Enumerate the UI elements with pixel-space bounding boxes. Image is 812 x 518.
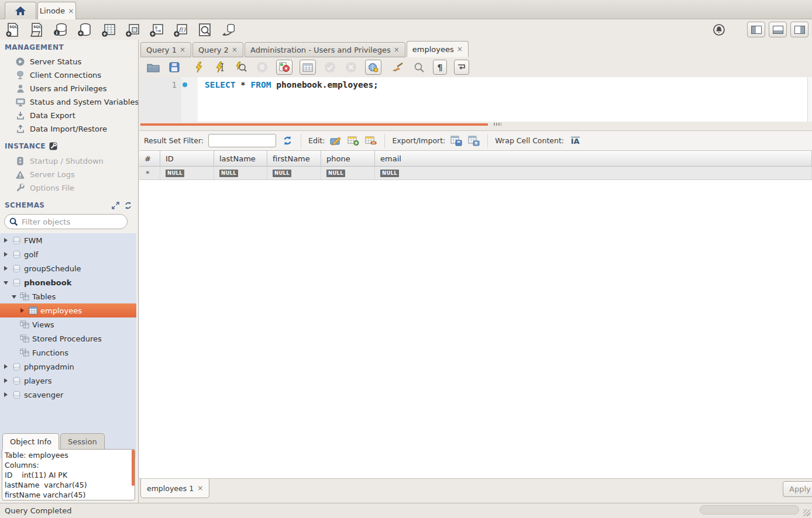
edit-record-icon[interactable] — [329, 135, 342, 147]
window-resize-grip[interactable] — [803, 509, 810, 516]
execute-current-icon[interactable] — [213, 60, 227, 74]
instance-item[interactable]: Options File — [0, 181, 139, 195]
delete-row-icon[interactable] — [364, 135, 377, 147]
horizontal-scrollbar[interactable] — [700, 505, 799, 514]
tree-item-stored-procedures[interactable]: Stored Procedures — [0, 331, 136, 346]
result-grid-insert-row[interactable]: *NULLNULLNULLNULLNULL — [139, 167, 812, 180]
tree-item-scavenger[interactable]: scavenger — [0, 388, 136, 402]
column-header-lastName[interactable]: lastName — [214, 151, 267, 166]
tree-item-views[interactable]: Views — [0, 317, 136, 331]
toggle-stop-on-error-button[interactable] — [276, 60, 293, 75]
close-icon[interactable]: × — [232, 46, 238, 54]
expand-schemas-icon[interactable] — [112, 202, 119, 209]
column-header-email[interactable]: email — [375, 151, 812, 166]
close-icon[interactable]: × — [457, 45, 463, 53]
tree-item-employees[interactable]: employees — [0, 303, 136, 317]
export-recordset-icon[interactable] — [450, 135, 463, 147]
create-view-icon[interactable] — [125, 22, 141, 38]
chevron-down-icon[interactable] — [12, 294, 17, 299]
search-table-data-icon[interactable] — [197, 22, 213, 38]
toggle-autocommit-button[interactable] — [365, 60, 381, 75]
insert-row-icon[interactable] — [347, 135, 360, 147]
editor-tab[interactable]: employees × — [407, 41, 469, 57]
tree-item-phonebook[interactable]: phonebook — [0, 275, 136, 289]
tree-item-tables[interactable]: Tables — [0, 289, 136, 303]
chevron-right-icon[interactable] — [4, 266, 9, 271]
tree-item-functions[interactable]: Functions — [0, 346, 136, 360]
inspect-database-icon[interactable]: i — [53, 22, 69, 38]
sql-editor[interactable]: 1 SELECT * FROM phonebook.employees; — [139, 77, 807, 122]
refresh-results-icon[interactable] — [281, 135, 294, 147]
management-item[interactable]: Server Status — [0, 55, 139, 68]
tree-item-groupschedule[interactable]: groupSchedule — [0, 261, 136, 275]
editor-tab[interactable]: Query 1 × — [140, 42, 191, 57]
insert-cell[interactable]: NULL — [321, 167, 375, 179]
insert-cell[interactable]: NULL — [375, 167, 812, 179]
editor-scrollbar[interactable] — [807, 77, 812, 122]
chevron-right-icon[interactable] — [20, 308, 25, 313]
wrap-cell-content-icon[interactable]: IA — [569, 135, 582, 147]
limit-rows-button[interactable] — [300, 60, 316, 75]
chevron-down-icon[interactable] — [4, 280, 9, 285]
explain-icon[interactable] — [234, 60, 248, 74]
close-icon[interactable]: × — [394, 46, 400, 54]
beautify-icon[interactable] — [391, 60, 405, 74]
close-icon[interactable]: × — [180, 46, 185, 54]
chevron-right-icon[interactable] — [4, 392, 9, 398]
new-sql-tab-icon[interactable]: SQL — [5, 22, 21, 38]
management-item[interactable]: Data Import/Restore — [0, 122, 139, 136]
instance-item[interactable]: Startup / Shutdown — [0, 154, 139, 168]
editor-splitter-grip[interactable] — [494, 123, 501, 126]
tree-item-players[interactable]: players — [0, 374, 136, 388]
instance-item[interactable]: Server Logs — [0, 168, 139, 181]
insert-cell[interactable]: NULL — [267, 167, 321, 179]
invisible-characters-button[interactable]: ¶ — [433, 60, 447, 75]
wrap-text-button[interactable] — [454, 60, 469, 75]
column-header-#[interactable]: # — [139, 151, 160, 166]
import-recordset-icon[interactable] — [467, 135, 480, 147]
column-header-ID[interactable]: ID — [160, 151, 214, 166]
result-filter-input[interactable] — [208, 134, 276, 147]
open-sql-script-icon[interactable]: SQL — [29, 22, 45, 38]
chevron-right-icon[interactable] — [4, 378, 9, 384]
create-function-icon[interactable]: f() — [173, 22, 189, 38]
management-item[interactable]: Client Connections — [0, 68, 139, 82]
object-info-scrollbar[interactable] — [132, 450, 135, 486]
chevron-right-icon[interactable] — [4, 364, 9, 369]
reconnect-dbms-icon[interactable] — [221, 22, 237, 38]
create-procedure-icon[interactable] — [149, 22, 165, 38]
apply-button[interactable]: Apply — [783, 481, 812, 497]
open-file-icon[interactable] — [146, 60, 160, 74]
management-item[interactable]: Data Export — [0, 109, 139, 122]
insert-cell[interactable]: NULL — [160, 167, 214, 179]
notifications-icon[interactable] — [711, 22, 727, 38]
chevron-right-icon[interactable] — [4, 238, 9, 243]
refresh-schemas-icon[interactable] — [124, 202, 132, 209]
execute-icon[interactable] — [192, 60, 206, 74]
resultset-tab[interactable]: employees 1 × — [140, 479, 209, 498]
create-schema-icon[interactable] — [77, 22, 93, 38]
toggle-right-panel-button[interactable] — [790, 22, 808, 37]
result-grid-body[interactable] — [139, 180, 812, 478]
insert-cell[interactable]: NULL — [214, 167, 267, 179]
find-icon[interactable] — [412, 60, 426, 74]
home-tab[interactable] — [5, 2, 36, 19]
object-info-tab[interactable]: Session — [60, 433, 105, 450]
close-icon[interactable]: × — [68, 7, 74, 15]
connection-tab[interactable]: Linode × — [37, 2, 76, 19]
column-header-phone[interactable]: phone — [321, 151, 375, 166]
management-item[interactable]: Users and Privileges — [0, 82, 139, 95]
schema-filter[interactable] — [4, 214, 128, 229]
tree-item-fwm[interactable]: FWM — [0, 233, 136, 247]
toggle-bottom-panel-button[interactable] — [769, 22, 787, 37]
schema-filter-input[interactable] — [22, 217, 109, 226]
close-icon[interactable]: × — [197, 484, 203, 492]
save-icon[interactable] — [167, 60, 181, 74]
editor-tab[interactable]: Administration - Users and Privileges × — [245, 42, 405, 57]
toggle-left-panel-button[interactable] — [747, 22, 765, 37]
create-table-icon[interactable] — [101, 22, 117, 38]
chevron-right-icon[interactable] — [4, 252, 9, 257]
object-info-tab[interactable]: Object Info — [2, 433, 59, 450]
editor-result-splitter[interactable] — [140, 123, 488, 126]
tree-item-phpmyadmin[interactable]: phpmyadmin — [0, 360, 136, 374]
